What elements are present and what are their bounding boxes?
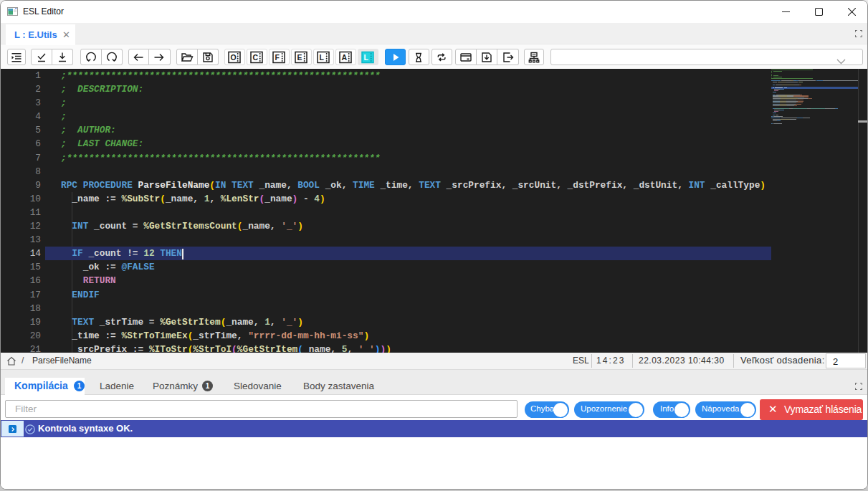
svg-text:E: E — [297, 53, 302, 62]
svg-text:C: C — [253, 53, 259, 62]
svg-text:F: F — [275, 53, 280, 62]
svg-text:O: O — [231, 53, 237, 62]
svg-text:A: A — [342, 53, 348, 62]
svg-text:L: L — [364, 53, 369, 62]
svg-text:L: L — [320, 53, 325, 62]
